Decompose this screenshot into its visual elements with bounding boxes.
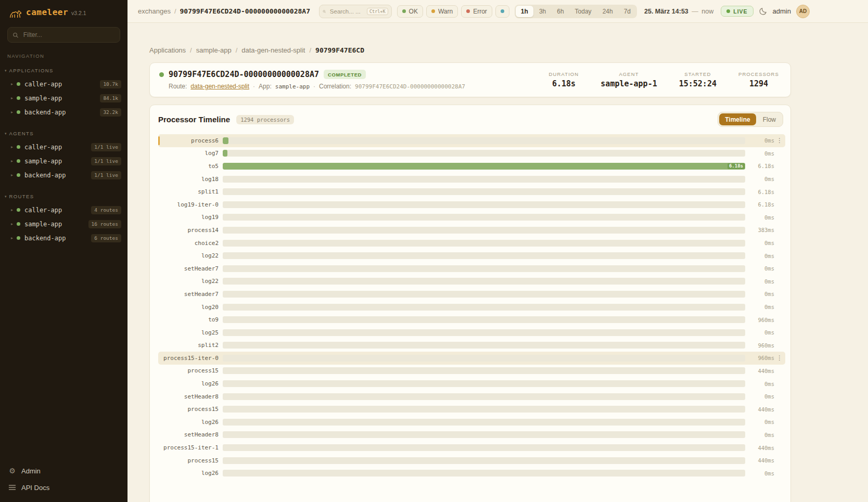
status-dot — [431, 9, 435, 13]
section-header-routes[interactable]: ▾ROUTES — [0, 192, 127, 203]
timeline-row-setHeader8[interactable]: setHeader80ms⋮ — [158, 429, 785, 442]
timeline-row-process6[interactable]: process60ms⋮ — [158, 134, 785, 147]
row-duration: 960ms — [750, 317, 774, 323]
avatar[interactable]: AD — [796, 5, 810, 18]
processor-name: choice2 — [158, 240, 219, 247]
stat-duration: DURATION6.18s — [549, 71, 579, 88]
item-caret-icon: ▸ — [11, 173, 17, 177]
timeline-track — [223, 291, 745, 298]
section-header-applications[interactable]: ▾APPLICATIONS — [0, 66, 127, 77]
sidebar-filter-input[interactable] — [22, 31, 115, 39]
time-range-6h[interactable]: 6h — [552, 6, 569, 17]
timeline-row-log25[interactable]: log250ms⋮ — [158, 326, 785, 339]
breadcrumb-item[interactable]: data-gen-nested-split — [241, 46, 305, 54]
timeline-row-choice2[interactable]: choice20ms⋮ — [158, 237, 785, 250]
sidebar-item-agents-sample-app[interactable]: ▸sample-app1/1 live — [0, 154, 127, 168]
processor-name: process14 — [158, 227, 219, 234]
timeline-bar — [223, 137, 228, 144]
route-link[interactable]: data-gen-nested-split — [190, 83, 249, 90]
timeline-row-log26[interactable]: log260ms⋮ — [158, 377, 785, 390]
sidebar-item-api-docs[interactable]: API Docs — [0, 479, 127, 496]
stat-started: STARTED15:52:24 — [679, 71, 717, 88]
live-badge[interactable]: LIVE — [721, 6, 753, 17]
date-range[interactable]: 25. März 14:53 — now — [644, 8, 713, 15]
user-name: admin — [773, 7, 791, 15]
item-badge: 32.2k — [100, 108, 121, 117]
stat-value: 15:52:24 — [679, 79, 717, 88]
timeline-row-to5[interactable]: to56.18s6.18s⋮ — [158, 160, 785, 173]
filter-chip-extra[interactable] — [495, 5, 509, 18]
logo[interactable]: cameleer v3.2.1 — [0, 0, 127, 23]
timeline-row-log26[interactable]: log260ms⋮ — [158, 416, 785, 429]
timeline-row-log20[interactable]: log200ms⋮ — [158, 301, 785, 314]
view-timeline-button[interactable]: Timeline — [719, 113, 756, 125]
sidebar-item-admin[interactable]: ⚙ Admin — [0, 462, 127, 479]
sidebar-item-routes-sample-app[interactable]: ▸sample-app16 routes — [0, 217, 127, 231]
time-range-1h[interactable]: 1h — [516, 6, 533, 17]
topbar: exchanges / 90799F47E6CD24D-000000000000… — [127, 0, 868, 23]
moon-icon[interactable] — [759, 7, 768, 16]
timeline-row-setHeader7[interactable]: setHeader70ms⋮ — [158, 262, 785, 275]
time-range-7d[interactable]: 7d — [619, 6, 636, 17]
filter-chip-error[interactable]: Error — [461, 5, 492, 18]
breadcrumb-item[interactable]: sample-app — [196, 46, 232, 54]
timeline-row-process15[interactable]: process15440ms⋮ — [158, 403, 785, 416]
breadcrumb-item[interactable]: Applications — [149, 46, 186, 54]
main-content: Applications/sample-app/data-gen-nested-… — [127, 23, 868, 502]
processor-name: process15 — [158, 367, 219, 374]
stat-agent: AGENTsample-app-1 — [601, 71, 657, 88]
sidebar-item-routes-caller-app[interactable]: ▸caller-app4 routes — [0, 203, 127, 217]
timeline-row-split1[interactable]: split16.18s⋮ — [158, 185, 785, 198]
timeline-row-process14[interactable]: process14383ms⋮ — [158, 224, 785, 237]
sidebar-item-applications-caller-app[interactable]: ▸caller-app10.7k — [0, 77, 127, 91]
sidebar-item-agents-backend-app[interactable]: ▸backend-app1/1 live — [0, 168, 127, 182]
view-flow-button[interactable]: Flow — [757, 113, 782, 125]
sidebar-item-routes-backend-app[interactable]: ▸backend-app6 routes — [0, 231, 127, 245]
item-badge: 1/1 live — [91, 171, 121, 179]
timeline-row-log7[interactable]: log70ms⋮ — [158, 147, 785, 160]
sidebar-item-applications-sample-app[interactable]: ▸sample-app84.1k — [0, 91, 127, 105]
timeline-row-log22[interactable]: log220ms⋮ — [158, 249, 785, 262]
row-duration: 0ms — [750, 329, 774, 336]
timeline-row-log18[interactable]: log180ms⋮ — [158, 173, 785, 186]
timeline-row-setHeader7[interactable]: setHeader70ms⋮ — [158, 288, 785, 301]
status-dot — [17, 222, 20, 226]
processor-name: setHeader7 — [158, 291, 219, 298]
filter-chip-ok[interactable]: OK — [397, 5, 423, 18]
global-search-input[interactable] — [329, 8, 364, 15]
timeline-row-log19[interactable]: log190ms⋮ — [158, 211, 785, 224]
sidebar-item-agents-caller-app[interactable]: ▸caller-app1/1 live — [0, 140, 127, 154]
item-name: backend-app — [24, 172, 66, 179]
chip-label: OK — [409, 8, 418, 15]
breadcrumb-section[interactable]: exchanges — [138, 7, 171, 15]
row-duration: 0ms — [750, 176, 774, 182]
timeline-track — [223, 150, 745, 157]
app-value[interactable]: sample-app — [275, 83, 310, 90]
global-search[interactable]: Ctrl+K — [319, 5, 392, 18]
timeline-row-to9[interactable]: to9960ms⋮ — [158, 313, 785, 326]
processor-count-badge: 1294 processors — [236, 115, 294, 124]
timeline-row-process15[interactable]: process15440ms⋮ — [158, 454, 785, 467]
sidebar-item-applications-backend-app[interactable]: ▸backend-app32.2k — [0, 105, 127, 119]
section-header-agents[interactable]: ▾AGENTS — [0, 129, 127, 140]
sidebar-filter[interactable] — [7, 27, 120, 43]
timeline-row-log19-iter-0[interactable]: log19-iter-06.18s⋮ — [158, 198, 785, 211]
timeline-row-process15-iter-1[interactable]: process15-iter-1440ms⋮ — [158, 441, 785, 454]
timeline-row-log22[interactable]: log220ms⋮ — [158, 275, 785, 288]
time-range-3h[interactable]: 3h — [534, 6, 551, 17]
item-badge: 1/1 live — [91, 157, 121, 165]
row-duration: 6.18s — [750, 201, 774, 208]
timeline-row-process15[interactable]: process15440ms⋮ — [158, 365, 785, 378]
sidebar-section-agents: ▾AGENTS▸caller-app1/1 live▸sample-app1/1… — [0, 129, 127, 182]
timeline-row-process15-iter-0[interactable]: process15-iter-0960ms⋮ — [158, 352, 785, 365]
sidebar-sections: ▾APPLICATIONS▸caller-app10.7k▸sample-app… — [0, 66, 127, 245]
timeline-row-log26[interactable]: log260ms⋮ — [158, 467, 785, 480]
time-range-today[interactable]: Today — [570, 6, 597, 17]
row-menu-icon[interactable]: ⋮ — [776, 137, 783, 144]
time-range-24h[interactable]: 24h — [597, 6, 618, 17]
row-menu-icon[interactable]: ⋮ — [776, 354, 783, 362]
date-text: 25. März — [644, 8, 670, 15]
filter-chip-warn[interactable]: Warn — [426, 5, 458, 18]
timeline-row-split2[interactable]: split2960ms⋮ — [158, 339, 785, 352]
timeline-row-setHeader8[interactable]: setHeader80ms⋮ — [158, 390, 785, 403]
